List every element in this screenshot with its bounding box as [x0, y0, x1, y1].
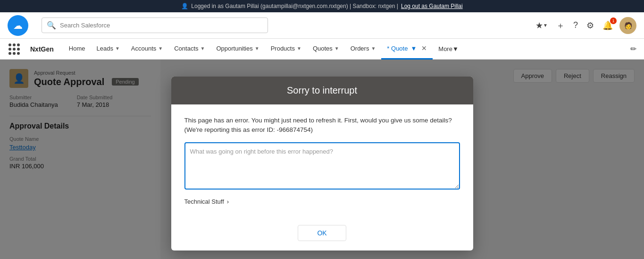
avatar[interactable]: 🧑	[619, 17, 636, 34]
nav-home[interactable]: Home	[63, 39, 91, 60]
chevron-down-icon: ▼	[371, 46, 376, 51]
modal-title: Sorry to interrupt	[287, 85, 357, 95]
chevron-down-icon: ▼	[335, 46, 339, 51]
chevron-down-icon: ▼	[297, 46, 301, 51]
favorites-button[interactable]: ★ ▼	[534, 18, 550, 33]
gear-icon: ⚙	[586, 20, 594, 31]
app-launcher-button[interactable]	[4, 43, 25, 55]
chevron-down-icon: ▼	[158, 46, 163, 51]
chevron-down-icon: ▼	[201, 46, 205, 51]
nav-opportunities[interactable]: Opportunities ▼	[210, 39, 265, 60]
nav-orders[interactable]: Orders ▼	[345, 39, 382, 60]
cloud-icon: ☁	[13, 20, 23, 31]
more-label: More	[438, 45, 452, 52]
search-icon: 🔍	[47, 21, 56, 30]
nav-bar: NxtGen Home Leads ▼ Accounts ▼ Contacts …	[0, 39, 644, 60]
top-bar: 👤 Logged in as Gautam Pillai (gautampill…	[0, 0, 644, 12]
user-icon: 👤	[181, 3, 188, 9]
nav-edit-button[interactable]: ✏	[627, 43, 640, 55]
notifications-button[interactable]: 🔔 1	[601, 18, 615, 33]
tab-quote-label: * Quote	[387, 45, 408, 52]
nav-more[interactable]: More ▼	[433, 39, 464, 60]
app-name: NxtGen	[25, 45, 59, 53]
notification-count: 1	[610, 17, 617, 24]
nav-leads[interactable]: Leads ▼	[91, 39, 125, 60]
nav-contacts[interactable]: Contacts ▼	[168, 39, 210, 60]
technical-label: Technical Stuff	[184, 198, 224, 205]
modal-textarea[interactable]	[184, 142, 460, 190]
modal-footer: OK	[171, 218, 473, 250]
chevron-down-icon: ▼	[543, 23, 548, 28]
grid-icon	[8, 43, 20, 55]
modal-message: This page has an error. You might just n…	[184, 116, 460, 135]
chevron-down-icon: ▼	[255, 46, 259, 51]
logged-in-message: Logged in as Gautam Pillai (gautampillai…	[191, 3, 398, 9]
nav-products[interactable]: Products ▼	[265, 39, 307, 60]
chevron-down-icon: ▼	[452, 45, 459, 52]
chevron-down-icon: ▼	[115, 46, 120, 51]
header: ☁ 🔍 ★ ▼ ＋ ? ⚙ 🔔 1 🧑	[0, 12, 644, 39]
ok-button[interactable]: OK	[298, 225, 346, 241]
tab-close-icon[interactable]: ✕	[421, 44, 427, 52]
salesforce-logo[interactable]: ☁	[8, 15, 28, 36]
modal-body: This page has an error. You might just n…	[171, 104, 473, 219]
add-icon: ＋	[556, 20, 565, 31]
help-button[interactable]: ?	[571, 18, 580, 32]
main-content: 👤 Approval Request Quote Approval Pendin…	[0, 60, 644, 259]
logout-link[interactable]: Log out as Gautam Pillai	[401, 3, 463, 9]
pencil-icon: ✏	[630, 45, 636, 53]
nav-quotes[interactable]: Quotes ▼	[307, 39, 345, 60]
search-bar: 🔍	[42, 17, 268, 33]
settings-button[interactable]: ⚙	[585, 18, 596, 33]
modal-overlay: Sorry to interrupt This page has an erro…	[0, 60, 644, 259]
help-icon: ?	[573, 20, 578, 30]
nav-tab-quote[interactable]: * Quote ▼ ✕	[381, 39, 433, 60]
search-input[interactable]	[60, 22, 263, 29]
nav-accounts[interactable]: Accounts ▼	[125, 39, 168, 60]
chevron-right-icon: ›	[227, 198, 229, 205]
header-icons: ★ ▼ ＋ ? ⚙ 🔔 1 🧑	[534, 17, 636, 34]
modal-header: Sorry to interrupt	[171, 77, 473, 104]
chevron-down-icon: ▼	[410, 45, 417, 52]
star-icon: ★	[535, 20, 543, 31]
avatar-image: 🧑	[624, 22, 632, 29]
modal-dialog: Sorry to interrupt This page has an erro…	[171, 77, 473, 251]
add-button[interactable]: ＋	[554, 18, 567, 33]
technical-stuff-toggle[interactable]: Technical Stuff ›	[184, 198, 460, 205]
